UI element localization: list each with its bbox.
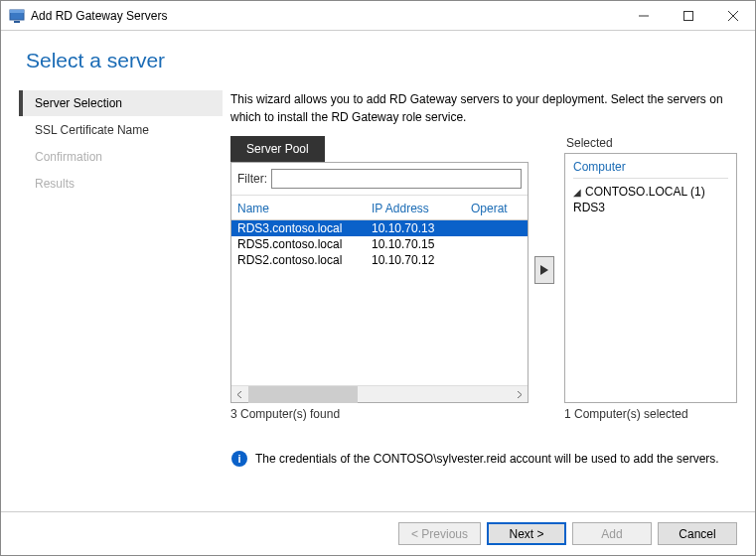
pool-rows: RDS3.contoso.local 10.10.70.13 RDS5.cont… — [231, 220, 528, 385]
cell-name: RDS3.contoso.local — [237, 221, 372, 235]
pool-column-headers: Name IP Address Operat — [231, 196, 528, 220]
scroll-left-icon[interactable] — [231, 386, 248, 403]
cell-name: RDS2.contoso.local — [237, 253, 372, 267]
add-button: Add — [572, 522, 652, 545]
server-pool-tab[interactable]: Server Pool — [230, 136, 325, 162]
nav-results: Results — [19, 171, 223, 197]
cell-ip: 10.10.70.12 — [372, 253, 471, 267]
column-header-name[interactable]: Name — [237, 202, 372, 215]
selected-panel: Computer ◢ CONTOSO.LOCAL (1) RDS3 — [564, 153, 737, 403]
sidebar: Server Selection SSL Certificate Name Co… — [19, 90, 223, 421]
cell-os — [471, 221, 528, 235]
filter-input[interactable] — [271, 169, 522, 189]
selected-item[interactable]: RDS3 — [573, 201, 728, 214]
info-icon: i — [231, 451, 247, 467]
svg-rect-2 — [14, 21, 20, 23]
svg-marker-7 — [540, 265, 548, 275]
svg-rect-1 — [10, 10, 24, 13]
instructions-text: This wizard allows you to add RD Gateway… — [230, 90, 737, 126]
nav-ssl-certificate-name[interactable]: SSL Certificate Name — [19, 117, 223, 143]
pool-found-label: 3 Computer(s) found — [230, 407, 529, 421]
cell-os — [471, 253, 528, 267]
window-title: Add RD Gateway Servers — [31, 9, 621, 23]
chevron-right-icon — [540, 265, 548, 275]
filter-label: Filter: — [237, 172, 267, 186]
selected-group[interactable]: ◢ CONTOSO.LOCAL (1) — [573, 185, 728, 199]
cell-name: RDS5.contoso.local — [237, 237, 372, 251]
svg-rect-4 — [683, 11, 692, 20]
titlebar: Add RD Gateway Servers — [1, 1, 755, 31]
selected-group-label: CONTOSO.LOCAL (1) — [585, 185, 705, 199]
minimize-button[interactable] — [621, 1, 666, 31]
collapse-icon: ◢ — [573, 187, 581, 198]
next-button[interactable]: Next > — [487, 522, 566, 545]
credentials-note: The credentials of the CONTOSO\sylvester… — [255, 452, 719, 466]
scroll-right-icon[interactable] — [511, 386, 528, 403]
footer: < Previous Next > Add Cancel — [1, 511, 755, 555]
selected-column-header[interactable]: Computer — [573, 160, 728, 179]
table-row[interactable]: RDS2.contoso.local 10.10.70.12 — [231, 252, 528, 268]
maximize-button[interactable] — [666, 1, 710, 31]
cell-ip: 10.10.70.13 — [372, 221, 471, 235]
column-header-ip[interactable]: IP Address — [372, 202, 471, 215]
cell-ip: 10.10.70.15 — [372, 237, 471, 251]
column-header-os[interactable]: Operat — [471, 202, 530, 215]
cancel-button[interactable]: Cancel — [658, 522, 737, 545]
nav-server-selection[interactable]: Server Selection — [19, 90, 223, 116]
cell-os — [471, 237, 528, 251]
previous-button: < Previous — [398, 522, 481, 545]
svg-line-6 — [728, 11, 738, 21]
horizontal-scrollbar[interactable] — [231, 385, 528, 402]
server-pool-panel: Filter: Name IP Address Operat RDS3.cont… — [230, 162, 529, 403]
scrollbar-thumb[interactable] — [248, 386, 358, 403]
selected-heading: Selected — [564, 136, 737, 150]
svg-line-5 — [728, 11, 738, 21]
close-button[interactable] — [710, 1, 755, 31]
move-right-button[interactable] — [534, 256, 554, 284]
table-row[interactable]: RDS5.contoso.local 10.10.70.15 — [231, 236, 528, 252]
table-row[interactable]: RDS3.contoso.local 10.10.70.13 — [231, 220, 528, 236]
nav-confirmation: Confirmation — [19, 144, 223, 170]
selected-count-label: 1 Computer(s) selected — [564, 407, 737, 421]
page-title: Select a server — [26, 49, 755, 72]
app-icon — [9, 8, 25, 24]
